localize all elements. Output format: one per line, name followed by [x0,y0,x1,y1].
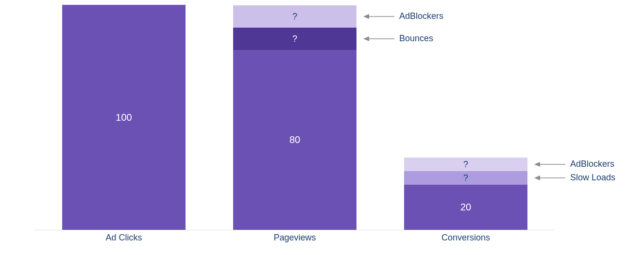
bar-pageviews-bounces-value: ? [292,34,297,44]
bar-conversions-slowloads-value: ? [463,173,468,183]
callout-adblockers-2: AdBlockers [570,159,614,169]
bar-ad-clicks-value: 100 [116,112,132,123]
svg-marker-1 [363,14,369,19]
bar-conversions-slowloads: ? [404,171,527,185]
svg-marker-5 [534,162,540,167]
svg-marker-3 [363,36,369,41]
bar-pageviews-adblockers: ? [233,5,356,28]
bar-pageviews: 80 ? ? [233,5,356,230]
svg-marker-7 [534,175,540,180]
bar-conversions-value: 20 [460,202,471,213]
bar-ad-clicks-main: 100 [62,5,186,230]
bar-conversions-adblockers-value: ? [463,159,468,170]
funnel-chart: 100 Ad Clicks 80 ? ? Pageviews AdBlocker… [0,0,644,255]
arrow-icon [534,174,565,182]
bar-pageviews-adblockers-value: ? [292,12,297,22]
x-label-ad-clicks: Ad Clicks [62,233,186,243]
bar-pageviews-value: 80 [289,134,300,145]
callout-slowloads: Slow Loads [570,173,615,183]
bar-conversions-adblockers: ? [404,158,527,171]
bar-conversions-main: 20 [404,185,527,230]
bar-pageviews-bounces: ? [233,28,356,50]
bar-pageviews-main: 80 [233,50,356,230]
arrow-icon [363,13,394,20]
arrow-icon [534,160,565,168]
x-label-conversions: Conversions [404,233,527,243]
arrow-icon [363,35,394,43]
bar-ad-clicks: 100 [62,5,186,230]
bar-conversions: 20 ? ? [404,5,527,230]
baseline [34,230,554,230]
x-label-pageviews: Pageviews [233,233,356,243]
